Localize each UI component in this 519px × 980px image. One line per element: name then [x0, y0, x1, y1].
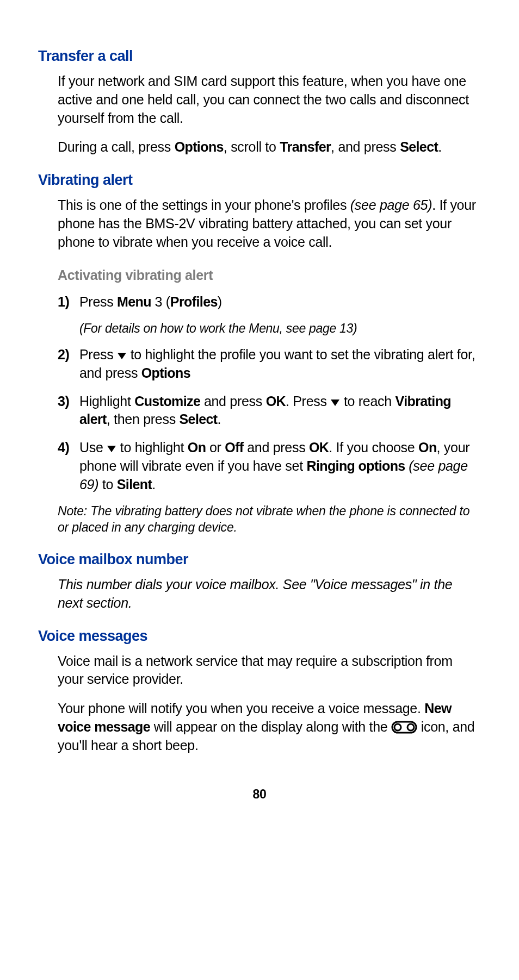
voicemail-tape-icon: [391, 721, 417, 734]
heading-voicemsg: Voice messages: [38, 628, 481, 645]
subheading-activating: Activating vibrating alert: [58, 267, 481, 283]
page-number: 80: [38, 787, 481, 802]
step-2: 2) Press to highlight the profile you wa…: [58, 346, 481, 383]
vibrating-paragraph-1: This is one of the settings in your phon…: [58, 196, 481, 251]
transfer-paragraph-1: If your network and SIM card support thi…: [58, 72, 481, 127]
down-arrow-icon: [107, 445, 116, 453]
step-3: 3) Highlight Customize and press OK. Pre…: [58, 392, 481, 429]
heading-vibrating: Vibrating alert: [38, 172, 481, 189]
svg-point-5: [407, 724, 414, 731]
voicemsg-paragraph-2: Your phone will notify you when you rece…: [58, 700, 481, 754]
step-1: 1) Press Menu 3 (Profiles): [58, 293, 481, 311]
mailbox-paragraph-1: This number dials your voice mailbox. Se…: [58, 576, 481, 613]
down-arrow-icon: [117, 352, 127, 360]
svg-point-4: [394, 724, 401, 731]
step-1-note: (For details on how to work the Menu, se…: [79, 321, 481, 336]
step-4: 4) Use to highlight On or Off and press …: [58, 439, 481, 494]
svg-marker-1: [331, 400, 339, 406]
svg-rect-3: [392, 722, 416, 733]
heading-transfer: Transfer a call: [38, 48, 481, 65]
voicemsg-paragraph-1: Voice mail is a network service that may…: [58, 652, 481, 689]
transfer-paragraph-2: During a call, press Options, scroll to …: [58, 138, 481, 157]
svg-marker-2: [107, 446, 116, 452]
heading-mailbox: Voice mailbox number: [38, 551, 481, 568]
vibrating-note: Note: The vibrating battery does not vib…: [58, 503, 481, 536]
svg-marker-0: [118, 353, 126, 359]
down-arrow-icon: [330, 399, 340, 407]
